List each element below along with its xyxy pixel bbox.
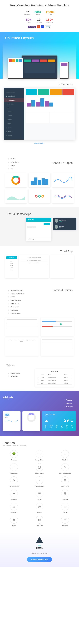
stat-num: 07 — [24, 10, 30, 14]
feature-icon: ▭ — [61, 503, 69, 510]
sidebar-sub[interactable]: Buttons — [4, 118, 24, 122]
stat-label: Fonts — [46, 14, 55, 15]
ui-title: Ui Elements — [2, 82, 77, 86]
contacts-card: Alexa Kumaronline Sana Kullaway — [53, 218, 77, 230]
slider-card — [41, 318, 74, 336]
chart-card — [50, 112, 74, 123]
feature-item: Simple tables — [8, 372, 27, 375]
stat-num: 300+ — [34, 10, 41, 14]
sidebar-sub[interactable]: Notification — [4, 110, 24, 114]
weather-temp: 29°C — [64, 418, 74, 423]
email-folder[interactable]: Draft — [6, 264, 17, 266]
feature-item: Calendar — [64, 405, 73, 408]
form-card — [41, 338, 74, 356]
chat-title: Chat & Contact App — [2, 212, 77, 216]
sidebar-item-ui[interactable]: ◈UI Elements — [4, 98, 24, 102]
feature-icon: ☰ — [10, 463, 18, 471]
forecast-day: FRI☀24° — [61, 425, 63, 428]
bootstrap-badge: B Bootstrap — [28, 26, 36, 28]
forecast-day: WED☁22° — [50, 425, 53, 428]
contact-item[interactable]: Sana Kullaway — [53, 224, 77, 230]
email-folder[interactable]: Junk — [6, 266, 17, 269]
feature-item: Morris — [8, 164, 38, 167]
text-input[interactable] — [42, 340, 73, 342]
feature-label: Tabs Style — [54, 459, 77, 461]
feature-box: ✎Easy to Customize — [54, 463, 77, 474]
star-icon — [64, 402, 65, 404]
metric-label: Users — [4, 416, 19, 418]
feature-box: ⊞Data tables — [54, 476, 77, 487]
range-slider[interactable] — [42, 324, 73, 324]
text-input[interactable] — [7, 320, 37, 322]
sidebar-item-dashboard[interactable]: ◧Dashboard — [4, 94, 24, 98]
star-icon — [8, 158, 9, 160]
feature-icon: ▭ — [61, 450, 69, 458]
email-folder[interactable]: Trash — [6, 269, 17, 271]
sidebar-sub[interactable]: Tabs — [4, 106, 24, 110]
feature-label: Multilevel — [2, 498, 25, 500]
form-card — [5, 318, 39, 336]
star-icon — [8, 168, 9, 170]
star-icon — [8, 161, 9, 163]
text-input[interactable] — [7, 323, 37, 325]
sidebar-item-icons[interactable]: ★Icons — [4, 130, 24, 134]
charts-title: Charts & Graphs — [43, 161, 77, 164]
star-icon — [8, 164, 9, 166]
feature-icon: ▢ — [36, 463, 43, 471]
forms-section: General Elements Advanced Elements Edito… — [0, 282, 79, 360]
feature-item: Widgets — [64, 398, 73, 402]
logo-text: PROADMIN — [36, 544, 43, 550]
feature-icon: ≡ — [10, 490, 18, 497]
sidebar-sub[interactable]: Sliders — [4, 122, 24, 125]
text-input[interactable] — [7, 326, 37, 329]
direct-chat-card: Direct Chat Hello there! Hi, how are you… — [26, 218, 51, 241]
stat-card — [50, 89, 62, 95]
much-more-link[interactable]: much more... — [2, 140, 77, 147]
feature-icon: ✓ — [36, 476, 43, 484]
range-slider[interactable] — [42, 321, 73, 322]
textarea[interactable] — [42, 343, 73, 349]
stat-label: UI Elements — [46, 22, 53, 23]
stat-num: 12 — [36, 18, 42, 22]
weather-city: City, Country — [45, 413, 73, 416]
chat-preview: Direct Chat Hello there! Hi, how are you… — [2, 218, 77, 241]
feature-item: Xeditable Editor — [8, 312, 38, 315]
range-slider[interactable] — [42, 326, 73, 327]
email-folder[interactable]: Inbox — [6, 260, 17, 262]
feature-box: ☀Weather — [54, 516, 77, 526]
chat-input[interactable] — [26, 237, 51, 241]
stats-row-1: 07Dashboard 300+Pages 2000+Fonts — [2, 10, 77, 15]
compose-button[interactable]: COMPOSE — [6, 256, 17, 259]
sidebar-sub[interactable]: User Cards — [4, 102, 24, 106]
css3-icon: 3 — [41, 25, 44, 28]
forecast-day: SUN☁20° — [71, 425, 73, 428]
feature-icon: 🌳 — [10, 450, 18, 458]
sidebar-sub[interactable]: Ratings — [4, 114, 24, 118]
tables-title: Tables — [2, 364, 77, 367]
email-folder[interactable]: Sent — [6, 262, 17, 264]
feature-box: ✓Form Elements — [28, 476, 51, 487]
star-icon — [8, 310, 9, 311]
table-row[interactable]: 1Loremlorem@mail.com000-111 — [37, 376, 72, 379]
contact-item[interactable]: Alexa Kumaronline — [53, 218, 77, 224]
table-row[interactable]: 3Dolordolor@mail.com000-333 — [37, 382, 72, 384]
buy-button[interactable]: BUY APRO ADMIN NOW — [27, 557, 52, 562]
feature-label: Icons — [2, 525, 25, 526]
table-row[interactable]: 2Ipsumipsum@mail.com000-222 — [37, 379, 72, 382]
feature-label: Weather — [54, 525, 77, 526]
feature-item: Inline charts — [8, 160, 38, 164]
feature-box: ✉Email — [28, 490, 51, 500]
feature-item: Code Editor — [8, 305, 38, 308]
area-chart — [5, 189, 27, 204]
bar-chart — [29, 173, 50, 187]
feature-label: Full Responsive — [2, 486, 25, 487]
stat-label: Color Skins — [36, 22, 42, 23]
feature-icon: ⇲ — [10, 476, 18, 484]
stat-num: 2000+ — [46, 10, 55, 14]
star-icon — [8, 289, 9, 291]
sidebar-item-tables[interactable]: ⊞Tables — [4, 134, 24, 138]
email-section: Email App COMPOSE Inbox Sent Draft Junk … — [0, 246, 79, 282]
widgets-section: Widgets Widgets Weather Calendar 355 Use… — [0, 391, 79, 436]
ui-section: Ui Elements MAIN NAVIGATION ◧Dashboard ◈… — [0, 79, 79, 151]
weather-icon: ☁ — [45, 418, 48, 422]
